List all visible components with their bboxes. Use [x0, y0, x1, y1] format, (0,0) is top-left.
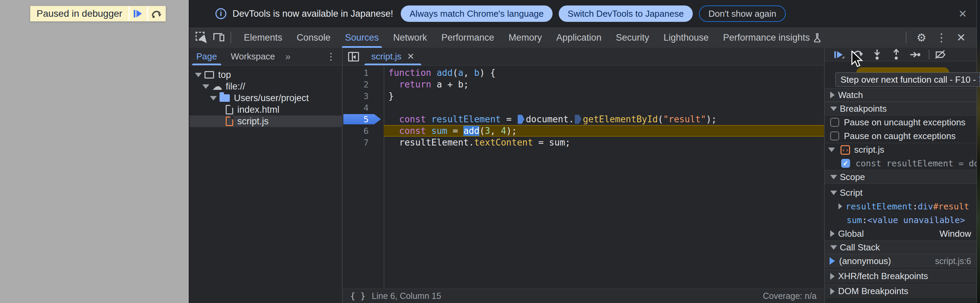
more-tabs-icon[interactable]: »: [282, 51, 293, 62]
navigator-tab-workspace[interactable]: Workspace: [224, 48, 282, 65]
gutter-line-7[interactable]: 7: [343, 136, 383, 148]
tab-performance-insights[interactable]: Performance insights: [716, 27, 829, 48]
code-line-2[interactable]: 2 return a + b;: [343, 79, 824, 90]
gutter-line-3[interactable]: 3: [343, 90, 383, 102]
resume-button[interactable]: [833, 49, 845, 60]
caret-right-icon[interactable]: [838, 203, 842, 209]
gutter-line-1[interactable]: 1: [343, 67, 383, 79]
inspect-element-icon[interactable]: [196, 32, 207, 43]
step-out-button[interactable]: [891, 49, 902, 60]
code-line-7[interactable]: 7 resultElement.textContent = sum;: [343, 136, 824, 148]
code-line-4[interactable]: 4: [343, 102, 824, 113]
tab-performance-insights-label: Performance insights: [723, 32, 810, 43]
pause-uncaught-row[interactable]: Pause on uncaught exceptions: [825, 116, 977, 129]
editor-tab-script-js[interactable]: script.js ✕: [364, 48, 421, 65]
source-text: return a + b;: [383, 79, 824, 90]
dont-show-again-button[interactable]: Don't show again: [699, 5, 786, 22]
settings-gear-icon[interactable]: ⚙: [912, 27, 931, 48]
scope-label: Scope: [840, 172, 865, 182]
code-line-5[interactable]: 5 const resultElement = document.getElem…: [343, 113, 824, 125]
source-text: }: [383, 90, 824, 102]
tab-network[interactable]: Network: [386, 27, 434, 48]
always-match-language-button[interactable]: Always match Chrome's language: [401, 5, 552, 22]
caret-down-icon[interactable]: [202, 84, 209, 89]
tab-memory[interactable]: Memory: [501, 27, 549, 48]
navigator-menu-icon[interactable]: ⋮: [320, 51, 342, 62]
section-breakpoints[interactable]: Breakpoints: [825, 102, 977, 116]
breakpoint-group-label: script.js: [854, 144, 884, 155]
device-toolbar-icon[interactable]: [213, 32, 225, 43]
gutter-line-6[interactable]: 6: [343, 125, 383, 136]
gutter-line-2[interactable]: 2: [343, 79, 383, 90]
breakpoint-gutter-line-5[interactable]: 5: [343, 113, 383, 125]
code-token: textContent: [474, 137, 533, 148]
code-token: ,: [463, 68, 474, 78]
code-token: getElementById: [583, 114, 658, 124]
tree-item-project-folder[interactable]: Users/user/project: [189, 92, 342, 104]
gutter-line-4[interactable]: 4: [343, 102, 383, 113]
collapse-navigator-icon[interactable]: [348, 52, 359, 62]
step-into-button[interactable]: [871, 49, 883, 60]
code-token: document.: [526, 114, 574, 124]
tab-lighthouse[interactable]: Lighthouse: [656, 27, 716, 48]
section-scope[interactable]: Scope: [825, 170, 977, 184]
scope-global-row[interactable]: Global Window: [825, 227, 977, 241]
section-xhr-breakpoints[interactable]: XHR/fetch Breakpoints: [825, 269, 977, 283]
code-line-1[interactable]: 1function add(a, b) {: [343, 67, 824, 79]
inline-breakpoint-marker-candidate[interactable]: [575, 115, 582, 124]
close-devtools-icon[interactable]: ✕: [951, 27, 970, 48]
scope-var-value: <value unavailable>: [867, 215, 965, 225]
pause-caught-checkbox[interactable]: [830, 132, 839, 140]
tree-item-script-js[interactable]: script.js: [189, 116, 342, 127]
section-watch[interactable]: Watch: [825, 88, 977, 102]
code-token: (: [658, 114, 663, 124]
resume-script-button[interactable]: [129, 6, 147, 21]
pause-caught-row[interactable]: Pause on caught exceptions: [825, 129, 977, 143]
scope-resultelement-row[interactable]: resultElement: div#result: [825, 200, 977, 213]
code-editor[interactable]: 1function add(a, b) {2 return a + b;3}45…: [343, 66, 824, 289]
editor-pane: script.js ✕ 1function add(a, b) {2 retur…: [343, 48, 824, 303]
tab-elements[interactable]: Elements: [237, 27, 290, 48]
tab-console[interactable]: Console: [290, 27, 338, 48]
code-line-3[interactable]: 3}: [343, 90, 824, 102]
switch-to-japanese-button[interactable]: Switch DevTools to Japanese: [559, 5, 693, 22]
section-call-stack[interactable]: Call Stack: [825, 241, 977, 254]
caret-right-icon[interactable]: [830, 230, 835, 237]
deactivate-breakpoints-button[interactable]: [934, 49, 946, 60]
tree-item-index-html[interactable]: index.html: [189, 104, 342, 116]
tree-item-top[interactable]: top: [189, 69, 342, 81]
caret-down-icon[interactable]: [210, 96, 217, 100]
more-options-icon[interactable]: ⋮: [931, 27, 951, 48]
code-token: =: [501, 114, 517, 124]
frame-location: script.js:6: [935, 256, 977, 266]
scope-sum-row[interactable]: sum: <value unavailable>: [825, 213, 977, 227]
call-stack-label: Call Stack: [840, 242, 880, 253]
tab-performance[interactable]: Performance: [434, 27, 502, 48]
section-dom-breakpoints[interactable]: DOM Breakpoints: [825, 284, 977, 298]
tab-sources[interactable]: Sources: [338, 27, 386, 48]
breakpoint-entry-row[interactable]: ✓ const resultElement = doc⋯ 5: [825, 157, 977, 170]
breakpoint-enabled-checkbox[interactable]: ✓: [841, 159, 850, 168]
inline-breakpoint-marker-active[interactable]: [518, 115, 525, 124]
format-code-icon[interactable]: { }: [350, 291, 366, 301]
step-over-banner-button[interactable]: [147, 6, 165, 21]
notification-close-icon[interactable]: ✕: [956, 0, 970, 27]
tab-security[interactable]: Security: [609, 27, 657, 48]
tab-application[interactable]: Application: [549, 27, 609, 48]
breakpoint-marker[interactable]: [343, 114, 381, 124]
breakpoint-group-row[interactable]: ‹› script.js: [825, 143, 977, 157]
pause-uncaught-checkbox[interactable]: [830, 118, 839, 127]
info-icon: i: [215, 8, 226, 19]
call-stack-frame-row[interactable]: (anonymous) script.js:6: [825, 254, 977, 268]
scope-script-row[interactable]: Script: [825, 186, 977, 200]
code-token: ,: [490, 126, 501, 136]
tree-item-file-scheme[interactable]: ☁ file://: [189, 81, 342, 92]
code-line-6[interactable]: 6 const sum = add(3, 4);: [343, 125, 824, 136]
code-token: }: [388, 91, 394, 101]
caret-down-icon[interactable]: [195, 73, 202, 77]
paused-call-token: add: [463, 126, 479, 136]
close-tab-icon[interactable]: ✕: [407, 51, 414, 62]
step-button[interactable]: [910, 49, 921, 60]
coverage-label: Coverage: n/a: [763, 291, 816, 301]
navigator-tab-page[interactable]: Page: [189, 48, 224, 65]
